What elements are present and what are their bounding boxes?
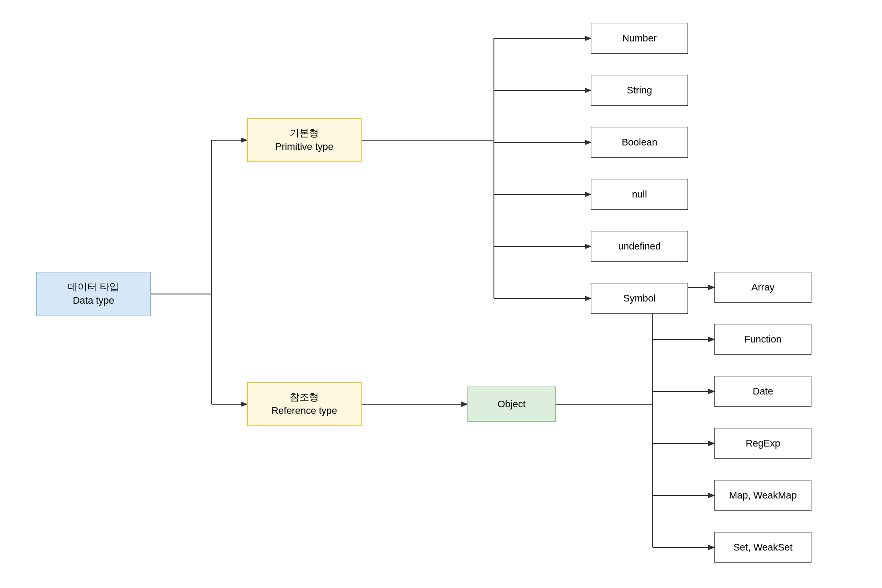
object-label: Object [497, 398, 526, 411]
leaf-number: Number [591, 23, 688, 54]
primitive-node: 기본형 Primitive type [247, 118, 362, 162]
leaf-undefined: undefined [591, 231, 688, 262]
reference-line2: Reference type [271, 404, 337, 418]
leaf-weakmap: Map, WeakMap [714, 480, 811, 511]
leaf-regexp: RegExp [714, 428, 811, 459]
primitive-line2: Primitive type [275, 140, 333, 154]
reference-node: 참조형 Reference type [247, 382, 362, 426]
leaf-weakset: Set, WeakSet [714, 532, 811, 563]
leaf-symbol: Symbol [591, 283, 688, 314]
leaf-string: String [591, 75, 688, 106]
leaf-boolean: Boolean [591, 127, 688, 158]
reference-line1: 참조형 [271, 391, 337, 404]
leaf-array: Array [714, 272, 811, 303]
data-type-node: 데이터 타입 Data type [36, 272, 151, 316]
data-type-line2: Data type [68, 294, 119, 308]
data-type-line1: 데이터 타입 [68, 280, 119, 294]
diagram: 데이터 타입 Data type 기본형 Primitive type 참조형 … [0, 0, 882, 588]
leaf-function: Function [714, 324, 811, 355]
leaf-null: null [591, 179, 688, 210]
leaf-date: Date [714, 376, 811, 407]
object-node: Object [467, 387, 556, 422]
primitive-line1: 기본형 [275, 127, 333, 140]
